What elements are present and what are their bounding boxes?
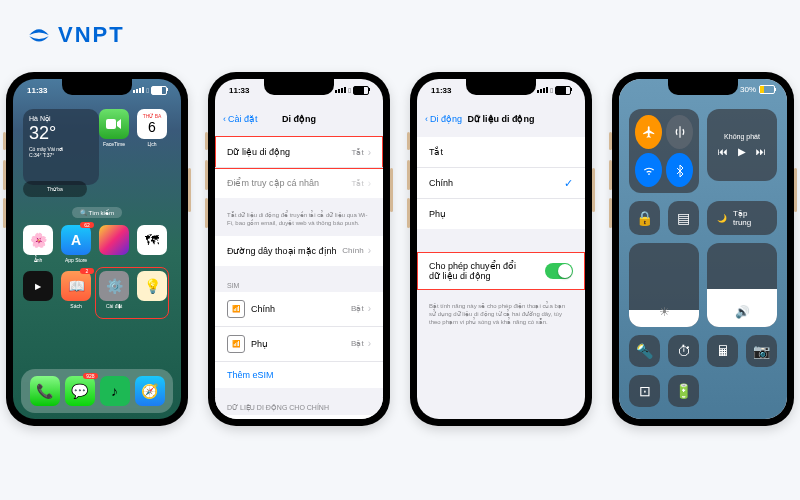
app-icon-1[interactable]: ▶: [23, 271, 53, 301]
sim2-value: Bật: [351, 339, 364, 348]
sim-secondary-row[interactable]: 📶Phụ Bật›: [215, 327, 383, 362]
weather-widget[interactable]: Hà Nội 32° Có mây Vài nơi C:34° T:37°: [23, 109, 99, 185]
hotspot-label: Điểm truy cập cá nhân: [227, 178, 319, 188]
speaker-icon: 🔊: [735, 305, 750, 319]
sim1-label: Chính: [251, 304, 275, 314]
next-track-icon[interactable]: ⏭: [756, 146, 766, 157]
prev-track-icon[interactable]: ⏮: [718, 146, 728, 157]
calendar-date: 6: [148, 119, 156, 135]
camera-button[interactable]: 📷: [746, 335, 777, 367]
facetime-label: FaceTime: [99, 141, 129, 147]
vnpt-swoosh-icon: [26, 22, 52, 48]
cellular-button[interactable]: [666, 115, 693, 149]
day-widget[interactable]: Thứ ba: [23, 181, 87, 197]
phone-home-screen: 11:33 􀙇 Hà Nội 32° Có mây Vài nơi C:34° …: [6, 72, 188, 426]
connectivity-tile[interactable]: [629, 109, 699, 193]
sun-icon: ☀: [659, 305, 670, 319]
calendar-app-icon[interactable]: THỨ BA 6: [137, 109, 167, 139]
highlight-settings: [95, 267, 169, 319]
bluetooth-icon: [674, 163, 686, 177]
wifi-icon: [642, 163, 656, 177]
phone-row: 11:33 􀙇 Hà Nội 32° Có mây Vài nơi C:34° …: [0, 0, 800, 426]
hotspot-row: Điểm truy cập cá nhân Tắt›: [215, 168, 383, 198]
option-off-row[interactable]: Tắt: [417, 137, 585, 168]
screen-mirroring-button[interactable]: ▤: [668, 201, 699, 235]
battery-percent: 30%: [740, 85, 756, 94]
brightness-slider[interactable]: ☀: [629, 243, 699, 327]
orientation-lock-button[interactable]: 🔒: [629, 201, 660, 235]
airplane-icon: [642, 125, 656, 139]
weather-hilo: C:34° T:37°: [29, 152, 93, 158]
maps-app-icon[interactable]: 🗺: [137, 225, 167, 255]
books-badge: 2: [80, 268, 94, 274]
default-voice-row[interactable]: Đường dây thoại mặc định Chính›: [215, 236, 383, 266]
svg-point-1: [648, 173, 650, 175]
bluetooth-button[interactable]: [666, 153, 693, 187]
appstore-label: App Store: [61, 257, 91, 263]
low-power-button[interactable]: 🔋: [668, 375, 699, 407]
flashlight-icon: 🔦: [636, 343, 653, 359]
status-time: 11:33: [229, 86, 249, 95]
weather-temp: 32°: [29, 123, 93, 144]
data-switch-toggle[interactable]: [545, 263, 573, 279]
add-esim-button[interactable]: Thêm eSIM: [215, 362, 383, 388]
qr-icon: ⊡: [639, 383, 651, 399]
cellular-data-row[interactable]: Dữ liệu di động Tắt›: [215, 137, 383, 168]
data-switch-label: Cho phép chuyển đổi dữ liệu di động: [429, 261, 529, 281]
battery-icon: 🔋: [675, 383, 692, 399]
default-voice-label: Đường dây thoại mặc định: [227, 246, 337, 256]
media-title: Không phát: [724, 133, 760, 140]
cellular-description: Tắt dữ liệu di động để truyền tải cả dữ …: [215, 208, 383, 236]
media-tile[interactable]: Không phát ⏮ ▶ ⏭: [707, 109, 777, 181]
calculator-button[interactable]: 🖩: [707, 335, 738, 367]
antenna-icon: [673, 125, 687, 139]
back-button[interactable]: ‹Di động: [425, 114, 462, 124]
back-button[interactable]: ‹Cài đặt: [223, 114, 258, 124]
safari-app-icon[interactable]: 🧭: [135, 376, 165, 406]
option-primary-row[interactable]: Chính ✓: [417, 168, 585, 199]
status-bar: 11:33 􀙇: [215, 79, 383, 101]
facetime-app-icon[interactable]: [99, 109, 129, 139]
vnpt-logo: VNPT: [26, 22, 125, 48]
sim-primary-row[interactable]: 📶Chính Bật›: [215, 292, 383, 327]
weather-city: Hà Nội: [29, 115, 93, 123]
page-title: Di động: [282, 114, 316, 124]
option-secondary-row[interactable]: Phụ: [417, 199, 585, 229]
data-switching-row[interactable]: Cho phép chuyển đổi dữ liệu di động: [417, 253, 585, 289]
books-label: Sách: [61, 303, 91, 309]
timer-icon: ⏱: [677, 343, 691, 359]
mirror-icon: ▤: [677, 210, 690, 226]
logo-text: VNPT: [58, 22, 125, 48]
flashlight-button[interactable]: 🔦: [629, 335, 660, 367]
chevron-left-icon: ‹: [425, 114, 428, 124]
messages-app-icon[interactable]: 💬928: [65, 376, 95, 406]
wifi-button[interactable]: [635, 153, 662, 187]
phone-control-center: 30% Không phát ⏮ ▶ ⏭: [612, 72, 794, 426]
status-bar: 11:33 􀙇: [13, 79, 181, 101]
appstore-app-icon[interactable]: A62: [61, 225, 91, 255]
messages-badge: 928: [83, 373, 97, 379]
dock: 📞 💬928 ♪ 🧭: [21, 369, 173, 413]
usage-header: DỮ LIỆU DI ĐỘNG CHO CHÍNH: [215, 398, 383, 415]
spotlight-search[interactable]: 🔍 Tìm kiếm: [72, 207, 122, 218]
chevron-left-icon: ‹: [223, 114, 226, 124]
scan-button[interactable]: ⊡: [629, 375, 660, 407]
play-icon[interactable]: ▶: [738, 146, 746, 157]
status-bar: 30%: [740, 85, 775, 94]
phone-app-icon[interactable]: 📞: [30, 376, 60, 406]
spotify-app-icon[interactable]: ♪: [100, 376, 130, 406]
photos-app-icon[interactable]: 🌸: [23, 225, 53, 255]
photos-label: Ảnh: [23, 257, 53, 263]
chevron-right-icon: ›: [368, 147, 371, 158]
books-app-icon[interactable]: 📖2: [61, 271, 91, 301]
timer-button[interactable]: ⏱: [668, 335, 699, 367]
option-primary-label: Chính: [429, 178, 453, 188]
appstore-badge: 62: [80, 222, 94, 228]
volume-slider[interactable]: 🔊: [707, 243, 777, 327]
cellular-data-value: Tắt: [352, 148, 364, 157]
moon-icon: 🌙: [717, 214, 727, 223]
instagram-app-icon[interactable]: [99, 225, 129, 255]
airplane-mode-button[interactable]: [635, 115, 662, 149]
focus-button[interactable]: 🌙Tập trung: [707, 201, 777, 235]
camera-icon: 📷: [753, 343, 770, 359]
